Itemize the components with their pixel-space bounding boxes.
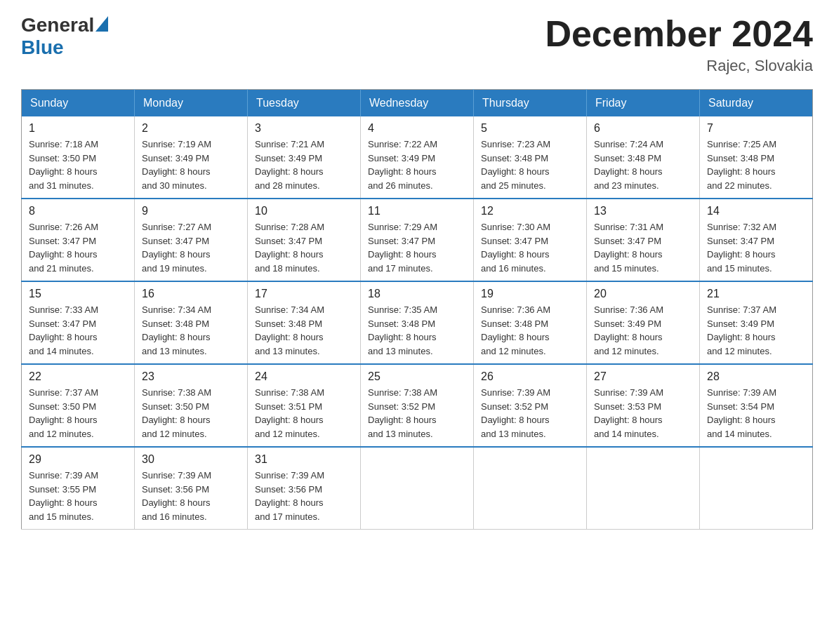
day-number: 25 [368, 370, 466, 383]
month-title: December 2024 [545, 14, 813, 54]
title-section: December 2024 Rajec, Slovakia [545, 14, 813, 75]
calendar-cell: 1 Sunrise: 7:18 AM Sunset: 3:50 PM Dayli… [22, 116, 135, 199]
calendar-cell: 31 Sunrise: 7:39 AM Sunset: 3:56 PM Dayl… [248, 447, 361, 530]
day-number: 1 [29, 122, 127, 135]
day-number: 8 [29, 205, 127, 217]
day-number: 9 [142, 205, 240, 217]
calendar-table: SundayMondayTuesdayWednesdayThursdayFrid… [21, 89, 813, 530]
calendar-cell: 20 Sunrise: 7:36 AM Sunset: 3:49 PM Dayl… [587, 281, 700, 364]
day-info: Sunrise: 7:22 AM Sunset: 3:49 PM Dayligh… [368, 137, 466, 192]
header-tuesday: Tuesday [248, 90, 361, 117]
day-info: Sunrise: 7:34 AM Sunset: 3:48 PM Dayligh… [255, 303, 353, 358]
calendar-week-row: 1 Sunrise: 7:18 AM Sunset: 3:50 PM Dayli… [22, 116, 813, 199]
calendar-week-row: 15 Sunrise: 7:33 AM Sunset: 3:47 PM Dayl… [22, 281, 813, 364]
day-info: Sunrise: 7:35 AM Sunset: 3:48 PM Dayligh… [368, 303, 466, 358]
day-info: Sunrise: 7:28 AM Sunset: 3:47 PM Dayligh… [255, 220, 353, 275]
day-info: Sunrise: 7:37 AM Sunset: 3:49 PM Dayligh… [707, 303, 805, 358]
logo-triangle-icon [95, 16, 108, 32]
day-info: Sunrise: 7:39 AM Sunset: 3:56 PM Dayligh… [142, 469, 240, 523]
day-number: 23 [142, 370, 240, 383]
day-number: 22 [29, 370, 127, 383]
day-info: Sunrise: 7:30 AM Sunset: 3:47 PM Dayligh… [481, 220, 579, 275]
day-number: 7 [707, 122, 805, 135]
day-number: 27 [594, 370, 692, 383]
day-info: Sunrise: 7:39 AM Sunset: 3:53 PM Dayligh… [594, 386, 692, 441]
page-header: General Blue December 2024 Rajec, Slovak… [21, 14, 813, 75]
header-sunday: Sunday [22, 90, 135, 117]
day-info: Sunrise: 7:39 AM Sunset: 3:52 PM Dayligh… [481, 386, 579, 441]
header-friday: Friday [587, 90, 700, 117]
calendar-cell: 30 Sunrise: 7:39 AM Sunset: 3:56 PM Dayl… [135, 447, 248, 530]
day-info: Sunrise: 7:29 AM Sunset: 3:47 PM Dayligh… [368, 220, 466, 275]
calendar-cell: 23 Sunrise: 7:38 AM Sunset: 3:50 PM Dayl… [135, 364, 248, 447]
day-info: Sunrise: 7:31 AM Sunset: 3:47 PM Dayligh… [594, 220, 692, 275]
calendar-cell: 26 Sunrise: 7:39 AM Sunset: 3:52 PM Dayl… [474, 364, 587, 447]
header-wednesday: Wednesday [361, 90, 474, 117]
day-info: Sunrise: 7:26 AM Sunset: 3:47 PM Dayligh… [29, 220, 127, 275]
calendar-header-row: SundayMondayTuesdayWednesdayThursdayFrid… [22, 90, 813, 117]
day-number: 30 [142, 453, 240, 466]
calendar-cell [587, 447, 700, 530]
day-number: 13 [594, 205, 692, 217]
calendar-cell: 22 Sunrise: 7:37 AM Sunset: 3:50 PM Dayl… [22, 364, 135, 447]
location: Rajec, Slovakia [545, 57, 813, 75]
day-info: Sunrise: 7:32 AM Sunset: 3:47 PM Dayligh… [707, 220, 805, 275]
day-info: Sunrise: 7:33 AM Sunset: 3:47 PM Dayligh… [29, 303, 127, 358]
calendar-cell: 3 Sunrise: 7:21 AM Sunset: 3:49 PM Dayli… [248, 116, 361, 199]
calendar-cell: 29 Sunrise: 7:39 AM Sunset: 3:55 PM Dayl… [22, 447, 135, 530]
day-info: Sunrise: 7:36 AM Sunset: 3:49 PM Dayligh… [594, 303, 692, 358]
header-monday: Monday [135, 90, 248, 117]
day-number: 16 [142, 288, 240, 300]
calendar-cell: 16 Sunrise: 7:34 AM Sunset: 3:48 PM Dayl… [135, 281, 248, 364]
calendar-cell: 6 Sunrise: 7:24 AM Sunset: 3:48 PM Dayli… [587, 116, 700, 199]
day-number: 19 [481, 288, 579, 300]
day-number: 14 [707, 205, 805, 217]
calendar-cell: 15 Sunrise: 7:33 AM Sunset: 3:47 PM Dayl… [22, 281, 135, 364]
logo: General Blue [21, 14, 108, 59]
calendar-cell [474, 447, 587, 530]
day-info: Sunrise: 7:39 AM Sunset: 3:54 PM Dayligh… [707, 386, 805, 441]
day-info: Sunrise: 7:38 AM Sunset: 3:50 PM Dayligh… [142, 386, 240, 441]
calendar-cell: 17 Sunrise: 7:34 AM Sunset: 3:48 PM Dayl… [248, 281, 361, 364]
calendar-cell: 7 Sunrise: 7:25 AM Sunset: 3:48 PM Dayli… [700, 116, 813, 199]
day-info: Sunrise: 7:18 AM Sunset: 3:50 PM Dayligh… [29, 137, 127, 192]
calendar-cell: 12 Sunrise: 7:30 AM Sunset: 3:47 PM Dayl… [474, 199, 587, 281]
day-info: Sunrise: 7:19 AM Sunset: 3:49 PM Dayligh… [142, 137, 240, 192]
day-number: 20 [594, 288, 692, 300]
day-info: Sunrise: 7:24 AM Sunset: 3:48 PM Dayligh… [594, 137, 692, 192]
day-number: 29 [29, 453, 127, 466]
header-saturday: Saturday [700, 90, 813, 117]
day-number: 21 [707, 288, 805, 300]
calendar-week-row: 29 Sunrise: 7:39 AM Sunset: 3:55 PM Dayl… [22, 447, 813, 530]
day-number: 26 [481, 370, 579, 383]
day-number: 5 [481, 122, 579, 135]
day-number: 10 [255, 205, 353, 217]
calendar-cell: 27 Sunrise: 7:39 AM Sunset: 3:53 PM Dayl… [587, 364, 700, 447]
day-info: Sunrise: 7:36 AM Sunset: 3:48 PM Dayligh… [481, 303, 579, 358]
calendar-cell: 18 Sunrise: 7:35 AM Sunset: 3:48 PM Dayl… [361, 281, 474, 364]
logo-blue: Blue [21, 36, 64, 58]
day-info: Sunrise: 7:34 AM Sunset: 3:48 PM Dayligh… [142, 303, 240, 358]
calendar-cell: 28 Sunrise: 7:39 AM Sunset: 3:54 PM Dayl… [700, 364, 813, 447]
day-number: 24 [255, 370, 353, 383]
day-number: 3 [255, 122, 353, 135]
calendar-week-row: 22 Sunrise: 7:37 AM Sunset: 3:50 PM Dayl… [22, 364, 813, 447]
day-info: Sunrise: 7:39 AM Sunset: 3:56 PM Dayligh… [255, 469, 353, 523]
day-number: 2 [142, 122, 240, 135]
day-number: 28 [707, 370, 805, 383]
day-number: 15 [29, 288, 127, 300]
calendar-cell: 4 Sunrise: 7:22 AM Sunset: 3:49 PM Dayli… [361, 116, 474, 199]
day-number: 18 [368, 288, 466, 300]
day-info: Sunrise: 7:39 AM Sunset: 3:55 PM Dayligh… [29, 469, 127, 523]
logo-general: General [21, 14, 94, 36]
calendar-cell: 21 Sunrise: 7:37 AM Sunset: 3:49 PM Dayl… [700, 281, 813, 364]
day-info: Sunrise: 7:27 AM Sunset: 3:47 PM Dayligh… [142, 220, 240, 275]
calendar-cell: 24 Sunrise: 7:38 AM Sunset: 3:51 PM Dayl… [248, 364, 361, 447]
day-info: Sunrise: 7:21 AM Sunset: 3:49 PM Dayligh… [255, 137, 353, 192]
svg-marker-0 [95, 16, 108, 32]
calendar-cell [700, 447, 813, 530]
day-number: 6 [594, 122, 692, 135]
calendar-week-row: 8 Sunrise: 7:26 AM Sunset: 3:47 PM Dayli… [22, 199, 813, 281]
day-info: Sunrise: 7:25 AM Sunset: 3:48 PM Dayligh… [707, 137, 805, 192]
day-info: Sunrise: 7:23 AM Sunset: 3:48 PM Dayligh… [481, 137, 579, 192]
